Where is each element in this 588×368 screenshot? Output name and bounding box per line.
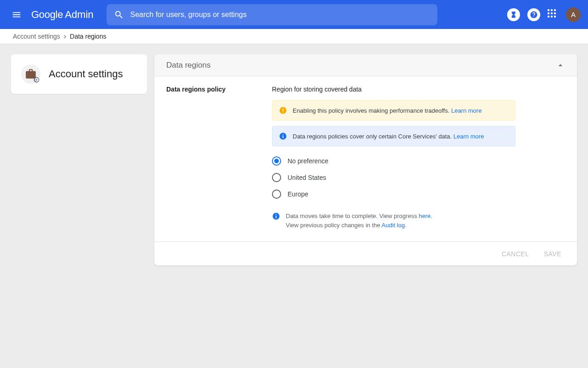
- breadcrumb-parent[interactable]: Account settings: [13, 33, 60, 40]
- menu-button[interactable]: [7, 6, 26, 24]
- warning-icon: [279, 106, 287, 115]
- radio-label: Europe: [288, 190, 308, 198]
- warning-text: Enabling this policy involves making per…: [293, 107, 451, 114]
- avatar-initial: A: [571, 11, 576, 18]
- logo-sub: Admin: [65, 9, 93, 21]
- breadcrumb: Account settings › Data regions: [0, 29, 588, 44]
- note-text-end: .: [431, 213, 433, 219]
- chevron-right-icon: ›: [64, 32, 66, 40]
- main-content: Account settings Data regions Data regio…: [0, 44, 588, 276]
- note-text-2-end: .: [405, 222, 407, 229]
- panel-title: Data regions: [166, 61, 210, 70]
- breadcrumb-current: Data regions: [70, 33, 106, 40]
- panel-header[interactable]: Data regions: [154, 54, 577, 76]
- menu-icon: [11, 10, 22, 20]
- app-header: Google Admin A: [0, 0, 588, 29]
- info-icon: [272, 212, 280, 220]
- logo-main: Google: [31, 9, 63, 21]
- warning-learn-more-link[interactable]: Learn more: [451, 107, 481, 114]
- avatar[interactable]: A: [566, 7, 581, 22]
- header-actions: A: [507, 7, 581, 22]
- search-icon: [114, 10, 124, 20]
- radio-input[interactable]: [272, 190, 281, 199]
- note-text-2: View previous policy changes in the: [286, 222, 382, 229]
- chevron-up-icon[interactable]: [556, 61, 565, 70]
- help-icon: [530, 11, 538, 19]
- svg-rect-5: [283, 136, 283, 138]
- search-input[interactable]: [130, 11, 430, 19]
- info-text: Data regions policies cover only certain…: [293, 133, 453, 140]
- info-alert: Data regions policies cover only certain…: [272, 126, 515, 146]
- section-label: Data regions policy: [166, 86, 258, 230]
- svg-rect-2: [283, 109, 283, 111]
- panel-body: Data regions policy Region for storing c…: [154, 76, 577, 242]
- svg-rect-6: [283, 134, 283, 135]
- hourglass-icon: [510, 11, 517, 18]
- search-bar[interactable]: [107, 4, 437, 25]
- data-regions-panel: Data regions Data regions policy Region …: [154, 54, 577, 265]
- radio-label: United States: [288, 174, 326, 181]
- logo[interactable]: Google Admin: [31, 9, 94, 21]
- section-subtitle: Region for storing covered data: [272, 86, 515, 93]
- progress-here-link[interactable]: here: [419, 213, 431, 219]
- note-text: Data moves take time to complete. View p…: [286, 213, 419, 219]
- panel-footer: CANCEL SAVE: [154, 242, 577, 265]
- radio-input[interactable]: [272, 173, 281, 182]
- radio-no-preference[interactable]: No preference: [272, 156, 515, 166]
- audit-log-link[interactable]: Audit log: [382, 222, 405, 229]
- svg-rect-9: [276, 214, 277, 215]
- svg-rect-8: [276, 216, 277, 218]
- radio-input[interactable]: [272, 156, 281, 166]
- help-button[interactable]: [527, 8, 540, 21]
- region-radio-group: No preference United States Europe: [272, 156, 515, 199]
- account-settings-card[interactable]: Account settings: [11, 54, 147, 94]
- radio-europe[interactable]: Europe: [272, 190, 515, 199]
- apps-button[interactable]: [548, 9, 559, 20]
- svg-rect-3: [283, 112, 283, 113]
- side-card-title: Account settings: [49, 67, 123, 81]
- progress-note: Data moves take time to complete. View p…: [272, 212, 515, 230]
- briefcase-icon: [21, 64, 40, 84]
- info-icon: [279, 132, 287, 140]
- radio-united-states[interactable]: United States: [272, 173, 515, 182]
- section-content: Region for storing covered data Enabling…: [272, 86, 515, 230]
- radio-label: No preference: [288, 157, 328, 165]
- warning-alert: Enabling this policy involves making per…: [272, 100, 515, 121]
- info-learn-more-link[interactable]: Learn more: [453, 133, 484, 140]
- save-button[interactable]: SAVE: [544, 250, 561, 258]
- hourglass-button[interactable]: [507, 8, 520, 21]
- cancel-button[interactable]: CANCEL: [502, 250, 529, 258]
